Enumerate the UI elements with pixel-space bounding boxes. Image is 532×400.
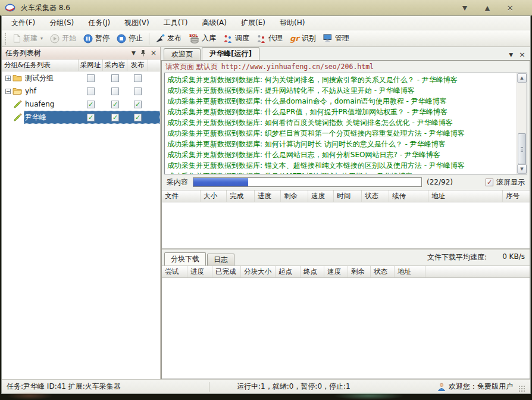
column-header[interactable]: 剩余	[281, 190, 308, 202]
menu-bar: 文件(F)分组(S)任务(J)视图(V)工具(T)高级(A)扩展(E)帮助(H)	[2, 16, 530, 30]
column-header[interactable]: 分块大小	[241, 266, 276, 277]
column-header[interactable]: 起点	[276, 266, 301, 277]
column-header[interactable]: 地址	[428, 190, 503, 202]
maximize-button[interactable]: ▲	[481, 3, 494, 12]
resize-grip[interactable]	[518, 385, 525, 392]
new-button[interactable]: 新建 ▾	[10, 32, 46, 45]
column-header[interactable]: 时间	[334, 190, 362, 202]
tab-welcome[interactable]: 欢迎页	[164, 48, 201, 60]
tab-list-dropdown-icon[interactable]: ▼	[509, 52, 513, 58]
tree-row-task-selected[interactable]: 尹华峰 ✓ ✓ ✓	[2, 111, 160, 124]
task-panel-title: 任务列表树	[5, 48, 41, 58]
menu-item[interactable]: 分组(S)	[42, 15, 81, 30]
task-tree-panel: 任务列表树 ▼ × 分组&任务列表 采网址 采内容 发布	[2, 47, 161, 379]
tree-row-group[interactable]: − yhf	[2, 85, 160, 98]
menu-item[interactable]: 高级(A)	[195, 15, 234, 30]
checkbox-collect-content[interactable]: ✓	[111, 114, 119, 121]
stop-button[interactable]: 停止	[113, 32, 146, 45]
log-line: 成功采集并更新数据到数据库: 织梦栏目首页和第一个分页链接内容重复处理方法 - …	[167, 128, 515, 139]
proxy-button[interactable]: 代理	[253, 32, 286, 45]
scroll-down-icon[interactable]: ▼	[517, 164, 527, 174]
pause-button[interactable]: 暂停	[80, 32, 113, 45]
column-header[interactable]: 终点	[301, 266, 324, 277]
column-header[interactable]: 文件	[162, 190, 201, 202]
minimize-button[interactable]: ▼	[458, 3, 471, 12]
checkbox-publish[interactable]	[134, 74, 142, 82]
column-header[interactable]: 进度	[255, 190, 281, 202]
tree-row-group[interactable]: + 测试分组	[2, 71, 160, 85]
menu-item[interactable]: 帮助(H)	[273, 15, 312, 30]
schedule-button[interactable]: 调度	[220, 32, 253, 45]
task-tree-column-headers: 分组&任务列表 采网址 采内容 发布	[2, 60, 160, 71]
autoscroll-checkbox[interactable]: ✓	[486, 179, 493, 186]
menu-item[interactable]: 工具(T)	[157, 15, 195, 30]
tree-row-task[interactable]: huafeng ✓ ✓ ✓	[2, 98, 160, 111]
toolbar-grip[interactable]	[5, 33, 8, 45]
checkbox-collect-content[interactable]	[111, 88, 119, 95]
column-header[interactable]: 进度	[187, 266, 212, 277]
collect-progress-bar	[193, 177, 422, 187]
task-label[interactable]: 尹华峰	[24, 112, 79, 123]
column-header[interactable]: 已完成	[212, 266, 241, 277]
new-dropdown-icon[interactable]: ▾	[40, 36, 43, 41]
column-header[interactable]: 状态	[362, 190, 389, 202]
log-vertical-scrollbar[interactable]: ▲ ▼	[517, 73, 527, 174]
tab-chunk-download[interactable]: 分块下载	[164, 252, 206, 265]
task-label[interactable]: huafeng	[24, 100, 79, 108]
tab-task-running[interactable]: 尹华峰[运行]	[202, 47, 259, 60]
log-line: 成功采集并更新数据到数据库: 什么是PR值，如何提升PR值增加网站权重？ - 尹…	[167, 107, 515, 117]
menu-item[interactable]: 扩展(E)	[234, 15, 273, 30]
column-header[interactable]: 完成	[227, 190, 255, 202]
database-import-button[interactable]: SQL 入库	[185, 32, 220, 45]
status-bar: 任务:尹华峰 ID:41 扩展:火车采集器 运行中:1，就绪:0，暂停:0，停止…	[2, 379, 530, 393]
document-tab-bar: 欢迎页 尹华峰[运行] ▼ ×	[161, 47, 530, 60]
scrollbar-thumb[interactable]	[518, 133, 526, 164]
start-button[interactable]: 开始	[46, 32, 80, 45]
tab-close-icon[interactable]: ×	[519, 52, 525, 58]
group-label[interactable]: yhf	[24, 87, 79, 95]
column-header[interactable]: 序号	[503, 190, 530, 202]
checkbox-publish[interactable]	[134, 88, 142, 95]
recognize-button[interactable]: gr 识别	[286, 32, 320, 45]
column-header[interactable]: 发布	[127, 60, 148, 71]
panel-close-icon[interactable]: ×	[151, 49, 157, 57]
folder-icon	[12, 74, 22, 82]
column-header[interactable]: 采内容	[103, 60, 127, 71]
column-header[interactable]: 状态	[371, 266, 395, 277]
scrollbar-track[interactable]	[517, 83, 527, 164]
expand-plus-icon[interactable]: +	[5, 76, 11, 81]
close-button[interactable]: ×	[503, 3, 517, 12]
collapse-minus-icon[interactable]: −	[5, 89, 11, 94]
group-label[interactable]: 测试分组	[24, 73, 79, 83]
checkbox-collect-url[interactable]	[87, 88, 95, 95]
checkbox-collect-url[interactable]: ✓	[87, 101, 95, 108]
publish-button[interactable]: 发布	[152, 32, 185, 45]
column-header[interactable]: 尝试	[162, 266, 187, 277]
checkbox-collect-url[interactable]: ✓	[87, 114, 95, 121]
column-header[interactable]: 速度	[308, 190, 334, 202]
new-document-icon	[13, 34, 21, 43]
column-header[interactable]: 大小	[201, 190, 227, 202]
column-header[interactable]: 分组&任务列表	[2, 60, 79, 71]
menu-item[interactable]: 任务(J)	[81, 15, 117, 30]
column-header[interactable]: 剩余	[348, 266, 371, 277]
column-header[interactable]: 地址	[395, 266, 425, 277]
taskbar-glow	[333, 392, 405, 400]
checkbox-collect-content[interactable]: ✓	[111, 101, 119, 108]
checkbox-collect-url[interactable]	[87, 74, 95, 82]
menu-item[interactable]: 视图(V)	[117, 15, 157, 30]
column-header[interactable]: 采网址	[79, 60, 103, 71]
panel-dropdown-icon[interactable]: ▼	[132, 50, 136, 56]
proxy-people-icon	[256, 34, 266, 43]
column-header[interactable]: 速度	[324, 266, 348, 277]
manage-button[interactable]: 管理	[320, 32, 353, 45]
ocr-glyph-icon: gr	[290, 34, 299, 43]
panel-pin-icon[interactable]	[140, 49, 146, 57]
checkbox-publish[interactable]: ✓	[134, 114, 142, 121]
menu-item[interactable]: 文件(F)	[4, 15, 42, 30]
checkbox-collect-content[interactable]	[111, 74, 119, 82]
tab-download-log[interactable]: 日志	[207, 254, 234, 265]
column-header[interactable]: 续传	[389, 190, 428, 202]
scroll-up-icon[interactable]: ▲	[517, 73, 527, 83]
checkbox-publish[interactable]: ✓	[134, 101, 142, 108]
